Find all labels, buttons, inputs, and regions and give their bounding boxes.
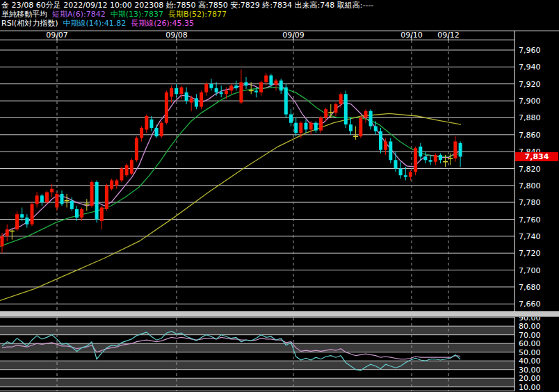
trading-chart-app: { "header": { "line1": "金 23/08 60分足 202… [0,0,559,392]
price-tick-label: 7,860 [519,131,541,140]
price-tick-label: 7,760 [519,215,541,224]
date-tick-label: 09/12 [437,31,460,40]
price-tick-label: 7,720 [519,249,541,258]
rsi-tick-label: 80.00 [519,322,541,331]
price-tick-label: 7,800 [519,181,541,190]
pane-splitter[interactable] [0,311,559,317]
ma-line-ma_mid [0,88,461,247]
date-tick-label: 09/07 [46,31,68,40]
date-tick-label: 09/08 [165,31,188,40]
rsi-shaded-bands [0,326,515,387]
rsi-tick-label: 60.00 [519,339,541,348]
price-tick-label: 7,780 [519,198,541,207]
rsi-tick-label: 10.00 [519,383,541,392]
price-tick-label: 7,820 [519,165,541,174]
price-tick-label: 7,700 [519,266,541,275]
rsi-tick-label: 40.00 [519,357,541,366]
ma-line-ma_short [0,84,461,238]
candles [1,70,462,253]
price-tick-label: 7,960 [519,46,541,55]
rsi-tick-label: 20.00 [519,374,541,383]
price-tick-label: 7,660 [519,300,541,309]
price-tick-label: 7,940 [519,63,541,72]
rsi-tick-label: 70.00 [519,331,541,340]
rsi-tick-label: 30.00 [519,366,541,375]
rsi-tick-label: 50.00 [519,348,541,357]
chart-canvas[interactable]: 7,9607,9407,9207,9007,8807,8607,8407,820… [0,0,559,392]
price-tick-label: 7,880 [519,113,541,122]
last-price-tag: 7,834 [515,152,558,161]
price-tick-label: 7,680 [519,283,541,292]
price-tick-label: 7,920 [519,80,541,89]
price-gridlines: 7,9607,9407,9207,9007,8807,8607,8407,820… [0,46,541,309]
price-tick-label: 7,740 [519,232,541,241]
date-tick-label: 09/09 [282,31,305,40]
price-tick-label: 7,900 [519,97,541,106]
date-tick-label: 09/10 [400,31,423,40]
